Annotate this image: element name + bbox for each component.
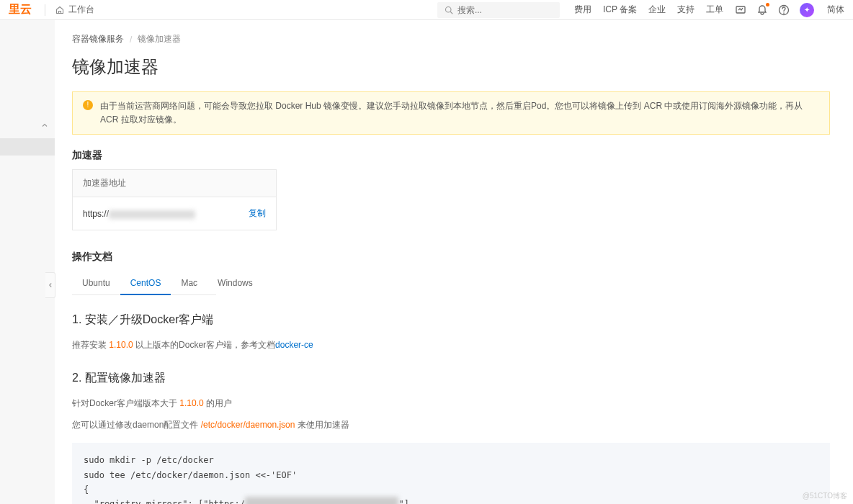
layout: 容器镜像服务 / 镜像加速器 镜像加速器 ! 由于当前运营商网络问题，可能会导致…: [0, 20, 853, 504]
breadcrumb-sep: /: [130, 35, 132, 45]
step2-line2: 您可以通过修改daemon配置文件 /etc/docker/daemon.jso…: [72, 418, 830, 433]
logo[interactable]: 里云: [9, 2, 35, 17]
tab-centos[interactable]: CentOS: [120, 272, 171, 295]
search-icon: [445, 6, 453, 14]
top-links: 费用 ICP 备案 企业 支持 工单: [574, 4, 723, 16]
accelerator-section-title: 加速器: [72, 149, 830, 162]
tab-windows[interactable]: Windows: [207, 272, 263, 294]
alert-text: 由于当前运营商网络问题，可能会导致您拉取 Docker Hub 镜像变慢。建议您…: [100, 99, 819, 127]
warning-alert: ! 由于当前运营商网络问题，可能会导致您拉取 Docker Hub 镜像变慢。建…: [72, 91, 830, 135]
link-support[interactable]: 支持: [677, 4, 695, 16]
avatar-circle: ✦: [800, 3, 814, 17]
version-text: 1.10.0: [109, 340, 133, 350]
search-input[interactable]: [457, 5, 553, 15]
breadcrumb-current: 镜像加速器: [138, 33, 181, 45]
page-title: 镜像加速器: [72, 55, 830, 78]
step2-line1: 针对Docker客户端版本大于 1.10.0 的用户: [72, 396, 830, 412]
accelerator-body: https:// 复制: [73, 197, 276, 230]
workspace-button[interactable]: 工作台: [55, 4, 94, 16]
tab-ubuntu[interactable]: Ubuntu: [72, 272, 120, 294]
link-enterprise[interactable]: 企业: [648, 4, 666, 16]
svg-point-0: [445, 6, 451, 12]
sidebar: [0, 20, 55, 504]
accelerator-url: https://: [83, 209, 195, 219]
divider: [45, 4, 45, 16]
watermark: @51CTO博客: [803, 491, 847, 501]
avatar[interactable]: ✦: [800, 3, 814, 17]
tab-mac[interactable]: Mac: [171, 272, 207, 294]
docs-section-title: 操作文档: [72, 251, 830, 264]
main-content: 容器镜像服务 / 镜像加速器 镜像加速器 ! 由于当前运营商网络问题，可能会导致…: [55, 20, 847, 504]
top-icons: ✦: [735, 3, 814, 17]
daemon-path: /etc/docker/daemon.json: [201, 420, 295, 430]
breadcrumb: 容器镜像服务 / 镜像加速器: [72, 33, 830, 45]
help-icon[interactable]: [778, 4, 790, 16]
link-ticket[interactable]: 工单: [706, 4, 723, 16]
accelerator-header: 加速器地址: [73, 170, 276, 197]
step1-title: 1. 安装／升级Docker客户端: [72, 312, 830, 328]
search-box[interactable]: [437, 2, 560, 18]
docker-ce-link[interactable]: docker-ce: [275, 340, 313, 350]
home-icon: [55, 6, 64, 14]
breadcrumb-parent[interactable]: 容器镜像服务: [72, 33, 124, 45]
step1-text: 推荐安装 1.10.0 以上版本的Docker客户端，参考文档docker-ce: [72, 338, 830, 354]
language-switch[interactable]: 简体: [827, 4, 844, 16]
screen-icon[interactable]: [735, 4, 746, 16]
notification-dot: [766, 3, 769, 6]
workspace-label: 工作台: [68, 4, 94, 16]
os-tabs: Ubuntu CentOS Mac Windows: [72, 272, 216, 295]
bell-icon[interactable]: [756, 4, 768, 16]
sidebar-active-item[interactable]: [0, 138, 55, 156]
accelerator-box: 加速器地址 https:// 复制: [72, 169, 277, 230]
code-block[interactable]: sudo mkdir -p /etc/docker sudo tee /etc/…: [72, 443, 830, 504]
step2-title: 2. 配置镜像加速器: [72, 371, 830, 386]
warning-icon: !: [83, 100, 93, 110]
svg-line-1: [450, 12, 452, 14]
link-fee[interactable]: 费用: [574, 4, 591, 16]
sidebar-collapse[interactable]: [0, 20, 55, 130]
top-bar: 里云 工作台 费用 ICP 备案 企业 支持 工单 ✦: [0, 0, 853, 20]
copy-button[interactable]: 复制: [249, 207, 266, 220]
sidebar-expand-handle[interactable]: [45, 272, 55, 298]
link-icp[interactable]: ICP 备案: [603, 4, 637, 16]
